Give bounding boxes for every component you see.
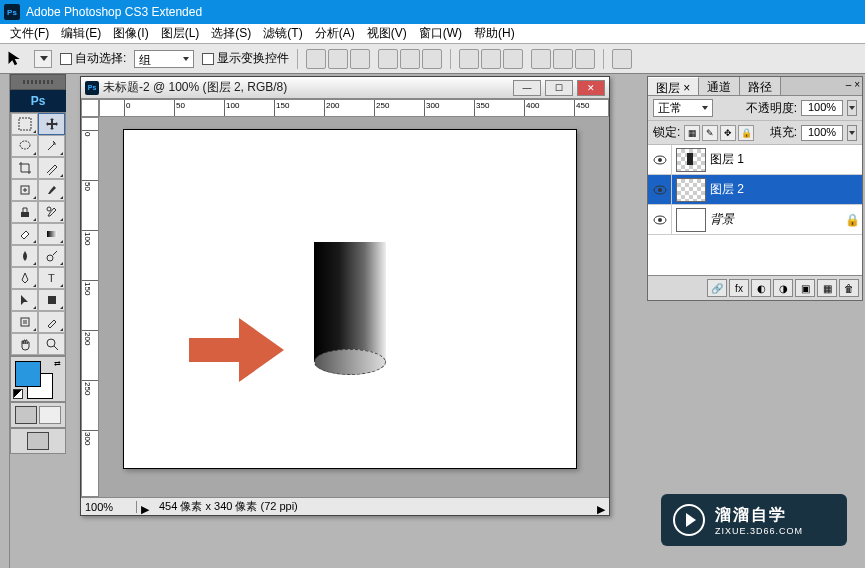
menu-image[interactable]: 图像(I) (107, 23, 154, 44)
brush-tool[interactable] (38, 179, 65, 201)
distribute-top-icon[interactable] (459, 49, 479, 69)
lock-all-icon[interactable]: 🔒 (738, 125, 754, 141)
tab-channels[interactable]: 通道 (699, 77, 740, 95)
opacity-slider-icon[interactable] (847, 100, 857, 116)
shape-tool[interactable] (38, 289, 65, 311)
fill-input[interactable]: 100% (801, 125, 843, 141)
menu-select[interactable]: 选择(S) (205, 23, 257, 44)
opacity-input[interactable]: 100% (801, 100, 843, 116)
default-colors-icon[interactable] (13, 389, 23, 399)
layer-row[interactable]: 图层 1 (648, 145, 862, 175)
blend-mode-dropdown[interactable]: 正常 (653, 99, 713, 117)
history-brush-tool[interactable] (38, 201, 65, 223)
pen-tool[interactable] (11, 267, 38, 289)
new-layer-icon[interactable]: ▦ (817, 279, 837, 297)
clone-stamp-tool[interactable] (11, 201, 38, 223)
doc-maximize-button[interactable]: ☐ (545, 80, 573, 96)
layer-thumbnail[interactable] (676, 148, 706, 172)
workspace-button[interactable] (612, 49, 632, 69)
canvas-area[interactable] (99, 117, 609, 497)
menu-analysis[interactable]: 分析(A) (309, 23, 361, 44)
layer-name[interactable]: 图层 1 (710, 151, 862, 168)
toolbox-grip[interactable] (10, 74, 66, 90)
magic-wand-tool[interactable] (38, 135, 65, 157)
crop-tool[interactable] (11, 157, 38, 179)
distribute-right-icon[interactable] (575, 49, 595, 69)
adjustment-layer-icon[interactable]: ◑ (773, 279, 793, 297)
dodge-tool[interactable] (38, 245, 65, 267)
layer-name[interactable]: 背景 (710, 211, 842, 228)
distribute-left-icon[interactable] (531, 49, 551, 69)
panel-minimize-icon[interactable]: – × (846, 79, 860, 90)
layer-row[interactable]: 图层 2 (648, 175, 862, 205)
menu-layer[interactable]: 图层(L) (155, 23, 206, 44)
layer-row[interactable]: 背景 🔒 (648, 205, 862, 235)
fill-slider-icon[interactable] (847, 125, 857, 141)
show-transform-checkbox[interactable] (202, 53, 214, 65)
layer-mask-icon[interactable]: ◐ (751, 279, 771, 297)
delete-layer-icon[interactable]: 🗑 (839, 279, 859, 297)
layer-style-icon[interactable]: fx (729, 279, 749, 297)
distribute-hcenter-icon[interactable] (553, 49, 573, 69)
status-menu-icon[interactable]: ▶ (597, 503, 605, 511)
align-hcenter-icon[interactable] (400, 49, 420, 69)
zoom-level[interactable]: 100% (81, 501, 137, 513)
path-select-tool[interactable] (11, 289, 38, 311)
eraser-tool[interactable] (11, 223, 38, 245)
visibility-toggle[interactable] (648, 145, 672, 174)
foreground-color[interactable] (15, 361, 41, 387)
align-top-icon[interactable] (306, 49, 326, 69)
healing-brush-tool[interactable] (11, 179, 38, 201)
menu-filter[interactable]: 滤镜(T) (257, 23, 308, 44)
document-titlebar[interactable]: Ps 未标题-2 @ 100% (图层 2, RGB/8) — ☐ ✕ (81, 77, 609, 99)
layer-group-icon[interactable]: ▣ (795, 279, 815, 297)
visibility-toggle[interactable] (648, 175, 672, 204)
lock-transparent-icon[interactable]: ▦ (684, 125, 700, 141)
document-info[interactable]: 454 像素 x 340 像素 (72 ppi) (153, 499, 593, 514)
quickmask-mode-button[interactable] (39, 406, 61, 424)
screen-mode-button[interactable] (27, 432, 49, 450)
align-right-icon[interactable] (422, 49, 442, 69)
notes-tool[interactable] (11, 311, 38, 333)
horizontal-ruler[interactable]: 0 50 100 150 200 250 300 350 400 450 (99, 99, 609, 117)
lock-pixels-icon[interactable]: ✎ (702, 125, 718, 141)
menu-view[interactable]: 视图(V) (361, 23, 413, 44)
hand-tool[interactable] (11, 333, 38, 355)
rect-marquee-tool[interactable] (11, 113, 38, 135)
tool-preset-picker[interactable] (34, 50, 52, 68)
move-tool[interactable] (38, 113, 65, 135)
menu-edit[interactable]: 编辑(E) (55, 23, 107, 44)
zoom-tool[interactable] (38, 333, 65, 355)
doc-minimize-button[interactable]: — (513, 80, 541, 96)
lock-position-icon[interactable]: ✥ (720, 125, 736, 141)
blur-tool[interactable] (11, 245, 38, 267)
type-tool[interactable]: T (38, 267, 65, 289)
auto-select-checkbox[interactable] (60, 53, 72, 65)
canvas[interactable] (123, 129, 577, 469)
align-vcenter-icon[interactable] (328, 49, 348, 69)
distribute-bottom-icon[interactable] (503, 49, 523, 69)
align-left-icon[interactable] (378, 49, 398, 69)
layer-thumbnail[interactable] (676, 208, 706, 232)
slice-tool[interactable] (38, 157, 65, 179)
align-bottom-icon[interactable] (350, 49, 370, 69)
standard-mode-button[interactable] (15, 406, 37, 424)
swap-colors-icon[interactable]: ⇄ (54, 359, 61, 368)
layer-name[interactable]: 图层 2 (710, 181, 862, 198)
eyedropper-tool[interactable] (38, 311, 65, 333)
doc-close-button[interactable]: ✕ (577, 80, 605, 96)
status-flyout-icon[interactable]: ▶ (141, 503, 149, 511)
tab-paths[interactable]: 路径 (740, 77, 781, 95)
gradient-tool[interactable] (38, 223, 65, 245)
menu-window[interactable]: 窗口(W) (413, 23, 468, 44)
vertical-ruler[interactable]: 0 50 100 150 200 250 300 (81, 117, 99, 497)
lasso-tool[interactable] (11, 135, 38, 157)
distribute-vcenter-icon[interactable] (481, 49, 501, 69)
menu-file[interactable]: 文件(F) (4, 23, 55, 44)
layer-thumbnail[interactable] (676, 178, 706, 202)
auto-select-dropdown[interactable]: 组 (134, 50, 194, 68)
tab-layers[interactable]: 图层 × (648, 77, 699, 95)
visibility-toggle[interactable] (648, 205, 672, 234)
menu-help[interactable]: 帮助(H) (468, 23, 521, 44)
link-layers-icon[interactable]: 🔗 (707, 279, 727, 297)
